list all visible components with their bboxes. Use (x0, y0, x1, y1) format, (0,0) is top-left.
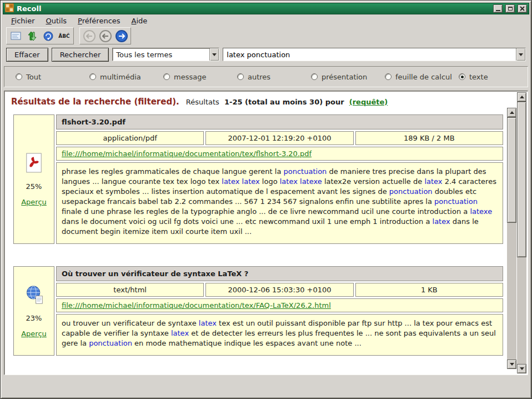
filter-radio-multimedia[interactable]: multimédia (89, 73, 163, 81)
relevance-percent: 23% (26, 314, 42, 322)
toolbar-group-navigation (79, 27, 131, 44)
results-title: Résultats de la recherche (filtered). (11, 97, 179, 107)
pdf-icon (24, 152, 43, 175)
result-url-row: file:///home/michael/informatique/docume… (56, 298, 503, 312)
radio-icon (163, 73, 170, 80)
filter-label: Tout (26, 73, 41, 81)
menu-item-aide[interactable]: Aide (127, 16, 153, 26)
search-bar: Effacer Rechercher Tous les termes (3, 45, 529, 64)
menu-item-fichier[interactable]: Fichier (6, 16, 40, 26)
clear-field-icon (11, 31, 22, 42)
close-icon (520, 6, 525, 11)
scroll-up-button[interactable] (517, 92, 526, 102)
maximize-button[interactable] (505, 4, 515, 13)
status-bar (4, 377, 528, 391)
clear-button[interactable]: Effacer (6, 48, 48, 62)
doc-size: 1 KB (355, 283, 503, 297)
menu-item-outils[interactable]: Outils (41, 16, 72, 26)
arrow-right-icon (116, 30, 128, 42)
result-meta-row: text/html 2000-12-06 15:03:30 +0100 1 KB (56, 283, 503, 297)
filter-label: message (174, 73, 206, 81)
results-list: 25% Aperçu flshort-3.20.pdf application/… (9, 114, 503, 356)
arrow-left-icon (83, 30, 96, 42)
scroll-down-button[interactable] (507, 360, 516, 369)
arrow-up-icon (520, 96, 524, 98)
radio-icon (237, 73, 244, 80)
results-scrollbar-vertical[interactable] (517, 92, 526, 373)
window-title: Recoll (17, 4, 490, 13)
chevron-down-icon[interactable] (209, 48, 219, 61)
filter-label: présentation (322, 73, 367, 81)
relevance-percent: 25% (26, 182, 42, 191)
result-meta-row: application/pdf 2007-12-01 12:19:20 +010… (56, 131, 503, 145)
search-query-combobox (223, 48, 526, 61)
result-item: 23% Aperçu Où trouver un vérificateur de… (13, 266, 503, 356)
mime-type: application/pdf (56, 131, 204, 145)
minimize-button[interactable] (493, 4, 503, 13)
filter-radio-feuille-de-calcul[interactable]: feuille de calcul (385, 73, 459, 81)
menu-item-preferences[interactable]: Préférences (73, 16, 125, 26)
result-url-link[interactable]: file:///home/michael/informatique/docume… (62, 149, 312, 158)
radio-icon (89, 73, 96, 80)
result-side-panel: 23% Aperçu (13, 266, 54, 356)
preview-link[interactable]: Aperçu (21, 330, 47, 338)
mime-type: text/html (56, 283, 204, 297)
results-count-prefix: Résultats (186, 98, 219, 106)
result-table: Où trouver un vérificateur de syntaxe La… (56, 266, 503, 356)
filter-radio-autres[interactable]: autres (237, 73, 311, 81)
search-button[interactable]: Rechercher (52, 48, 109, 62)
filter-radio-presentation[interactable]: présentation (311, 73, 385, 81)
doc-date: 2007-12-01 12:19:20 +0100 (205, 131, 353, 145)
result-side-panel: 25% Aperçu (13, 114, 54, 244)
radio-icon (16, 73, 22, 80)
scroll-thumb[interactable] (517, 102, 526, 257)
html-globe-icon (24, 284, 44, 307)
filter-radio-tout[interactable]: Tout (16, 73, 89, 81)
result-url-row: file:///home/michael/informatique/docume… (56, 147, 503, 161)
scroll-up-button[interactable] (507, 108, 516, 117)
filter-radio-message[interactable]: message (163, 73, 237, 81)
result-snippet: phrase les regles grammaticales de chaqu… (56, 162, 503, 244)
prev-page-button[interactable] (98, 29, 113, 43)
toolbar: ÂBĈ (3, 27, 529, 45)
toolbar-group-tools: ÂBĈ (6, 27, 74, 44)
next-page-button[interactable] (114, 29, 129, 43)
chevron-down-icon[interactable] (516, 48, 525, 61)
update-index-icon (27, 31, 38, 42)
minimize-icon (496, 10, 500, 11)
result-url-link[interactable]: file:///home/michael/informatique/docume… (62, 301, 331, 310)
search-mode-value: Tous les termes (113, 51, 209, 59)
list-scrollbar-vertical[interactable] (507, 108, 516, 369)
term-explorer-button[interactable]: ÂBĈ (57, 29, 72, 43)
scroll-thumb[interactable] (507, 117, 516, 223)
doc-size: 189 KB / 2 MB (355, 131, 503, 145)
doc-history-button[interactable] (41, 29, 56, 43)
query-link[interactable]: (requête) (349, 98, 388, 106)
update-index-button[interactable] (24, 29, 39, 43)
maximize-icon (508, 7, 513, 11)
recoll-window: Recoll Fichier Outils Préférences Aide Â… (0, 0, 532, 399)
filter-label: feuille de calcul (395, 73, 452, 81)
search-mode-select[interactable]: Tous les termes (112, 48, 219, 61)
radio-icon (385, 73, 392, 80)
clear-field-button[interactable] (8, 29, 23, 43)
doc-date: 2000-12-06 15:03:30 +0100 (205, 283, 353, 297)
filter-label: autres (248, 73, 270, 81)
arrow-left-icon (99, 30, 112, 42)
result-title: Où trouver un vérificateur de syntaxe La… (56, 266, 503, 281)
arrow-down-icon (510, 363, 514, 366)
first-page-button[interactable] (82, 29, 97, 43)
results-header: Résultats de la recherche (filtered). Ré… (4, 91, 528, 107)
close-button[interactable] (518, 4, 527, 13)
scroll-down-button[interactable] (517, 364, 526, 373)
filter-radio-texte[interactable]: texte (459, 73, 488, 81)
radio-icon (459, 73, 465, 80)
history-globe-icon (43, 31, 54, 42)
preview-link[interactable]: Aperçu (21, 198, 47, 206)
search-query-input[interactable] (223, 48, 516, 61)
results-panel: Résultats de la recherche (filtered). Ré… (4, 91, 528, 375)
filter-label: multimédia (100, 73, 141, 81)
result-table: flshort-3.20.pdf application/pdf 2007-12… (56, 114, 503, 244)
arrow-up-icon (510, 111, 514, 114)
radio-icon (311, 73, 318, 80)
